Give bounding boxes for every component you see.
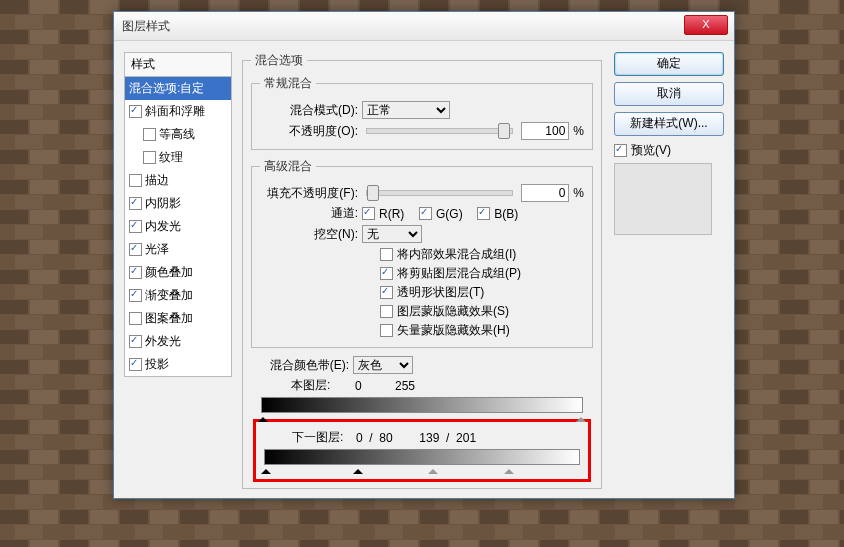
adv-checkbox[interactable] (380, 324, 393, 337)
styles-list: 混合选项:自定斜面和浮雕等高线纹理描边内阴影内发光光泽颜色叠加渐变叠加图案叠加外… (124, 77, 232, 377)
style-item[interactable]: 投影 (125, 353, 231, 376)
this-layer-gradient[interactable] (261, 397, 583, 413)
styles-header: 样式 (124, 52, 232, 77)
this-layer-white-stop[interactable] (576, 412, 586, 422)
blendif-label: 混合颜色带(E): (251, 357, 349, 374)
adv-checkbox[interactable] (380, 286, 393, 299)
style-item[interactable]: 纹理 (125, 146, 231, 169)
style-item[interactable]: 描边 (125, 169, 231, 192)
preview-checkbox[interactable] (614, 144, 627, 157)
advanced-blend-group: 高级混合 填充不透明度(F): % 通道: R(R) G(G) B(B) (251, 158, 593, 348)
percent-label-2: % (573, 186, 584, 200)
style-checkbox[interactable] (143, 151, 156, 164)
preview-label: 预览(V) (631, 142, 671, 159)
style-label: 内发光 (145, 218, 181, 235)
style-label: 内阴影 (145, 195, 181, 212)
this-layer-values: 0 255 (355, 379, 415, 393)
style-item[interactable]: 渐变叠加 (125, 284, 231, 307)
style-checkbox[interactable] (129, 243, 142, 256)
style-label: 混合选项:自定 (129, 80, 204, 97)
adv-checkbox[interactable] (380, 305, 393, 318)
style-item[interactable]: 光泽 (125, 238, 231, 261)
style-label: 光泽 (145, 241, 169, 258)
style-item[interactable]: 内阴影 (125, 192, 231, 215)
style-checkbox[interactable] (129, 289, 142, 302)
style-label: 纹理 (159, 149, 183, 166)
style-checkbox[interactable] (129, 174, 142, 187)
style-item[interactable]: 斜面和浮雕 (125, 100, 231, 123)
fill-input[interactable] (521, 184, 569, 202)
channel-g-checkbox[interactable] (419, 207, 432, 220)
close-button[interactable]: X (684, 15, 728, 35)
adv-option: 将剪贴图层混合成组(P) (380, 265, 584, 282)
style-item[interactable]: 颜色叠加 (125, 261, 231, 284)
ok-button[interactable]: 确定 (614, 52, 724, 76)
this-layer-black-stop[interactable] (258, 412, 268, 422)
under-layer-gradient[interactable] (264, 449, 580, 465)
style-item[interactable]: 外发光 (125, 330, 231, 353)
under-layer-values: 0 / 80 139 / 201 (356, 431, 476, 445)
channel-r-checkbox[interactable] (362, 207, 375, 220)
style-checkbox[interactable] (129, 266, 142, 279)
advanced-legend: 高级混合 (260, 158, 316, 175)
style-item[interactable]: 内发光 (125, 215, 231, 238)
adv-label: 图层蒙版隐藏效果(S) (397, 303, 509, 320)
channels-label: 通道: (260, 205, 358, 222)
style-item[interactable]: 等高线 (125, 123, 231, 146)
knockout-select[interactable]: 无 (362, 225, 422, 243)
under-layer-label: 下一图层: (292, 429, 352, 446)
adv-label: 矢量蒙版隐藏效果(H) (397, 322, 510, 339)
adv-label: 将剪贴图层混合成组(P) (397, 265, 521, 282)
under-white-a[interactable] (428, 464, 438, 474)
style-checkbox[interactable] (129, 105, 142, 118)
styles-panel: 样式 混合选项:自定斜面和浮雕等高线纹理描边内阴影内发光光泽颜色叠加渐变叠加图案… (124, 52, 232, 377)
channel-g-label: G(G) (436, 207, 463, 221)
under-black-b[interactable] (353, 464, 363, 474)
blend-options-panel: 混合选项 常规混合 混合模式(D): 正常 不透明度(O): % 高级 (242, 52, 602, 488)
blend-mode-label: 混合模式(D): (260, 102, 358, 119)
style-checkbox[interactable] (129, 358, 142, 371)
style-label: 等高线 (159, 126, 195, 143)
general-legend: 常规混合 (260, 75, 316, 92)
opacity-slider[interactable] (366, 128, 513, 134)
button-column: 确定 取消 新建样式(W)... 预览(V) (614, 52, 724, 235)
style-label: 外发光 (145, 333, 181, 350)
preview-thumbnail (614, 163, 712, 235)
style-checkbox[interactable] (143, 128, 156, 141)
adv-option: 图层蒙版隐藏效果(S) (380, 303, 584, 320)
fill-label: 填充不透明度(F): (260, 185, 358, 202)
titlebar[interactable]: 图层样式 X (114, 12, 734, 41)
adv-checkbox[interactable] (380, 267, 393, 280)
channel-r-label: R(R) (379, 207, 404, 221)
blend-mode-select[interactable]: 正常 (362, 101, 450, 119)
style-label: 图案叠加 (145, 310, 193, 327)
percent-label: % (573, 124, 584, 138)
this-layer-label: 本图层: (291, 377, 351, 394)
knockout-label: 挖空(N): (260, 226, 358, 243)
style-checkbox[interactable] (129, 312, 142, 325)
adv-label: 透明形状图层(T) (397, 284, 484, 301)
under-black-a[interactable] (261, 464, 271, 474)
new-style-button[interactable]: 新建样式(W)... (614, 112, 724, 136)
blend-options-group: 混合选项 常规混合 混合模式(D): 正常 不透明度(O): % 高级 (242, 52, 602, 489)
channel-b-label: B(B) (494, 207, 518, 221)
general-blend-group: 常规混合 混合模式(D): 正常 不透明度(O): % (251, 75, 593, 150)
style-checkbox[interactable] (129, 197, 142, 210)
opacity-label: 不透明度(O): (260, 123, 358, 140)
adv-checkbox[interactable] (380, 248, 393, 261)
style-item[interactable]: 混合选项:自定 (125, 77, 231, 100)
fill-slider[interactable] (366, 190, 513, 196)
cancel-button[interactable]: 取消 (614, 82, 724, 106)
adv-label: 将内部效果混合成组(I) (397, 246, 516, 263)
channel-b-checkbox[interactable] (477, 207, 490, 220)
style-item[interactable]: 图案叠加 (125, 307, 231, 330)
style-label: 渐变叠加 (145, 287, 193, 304)
style-checkbox[interactable] (129, 220, 142, 233)
underlying-layer-highlight: 下一图层: 0 / 80 139 / 201 (253, 419, 591, 482)
style-label: 斜面和浮雕 (145, 103, 205, 120)
layer-style-dialog: 图层样式 X 样式 混合选项:自定斜面和浮雕等高线纹理描边内阴影内发光光泽颜色叠… (113, 11, 735, 499)
style-checkbox[interactable] (129, 335, 142, 348)
opacity-input[interactable] (521, 122, 569, 140)
blendif-select[interactable]: 灰色 (353, 356, 413, 374)
under-white-b[interactable] (504, 464, 514, 474)
